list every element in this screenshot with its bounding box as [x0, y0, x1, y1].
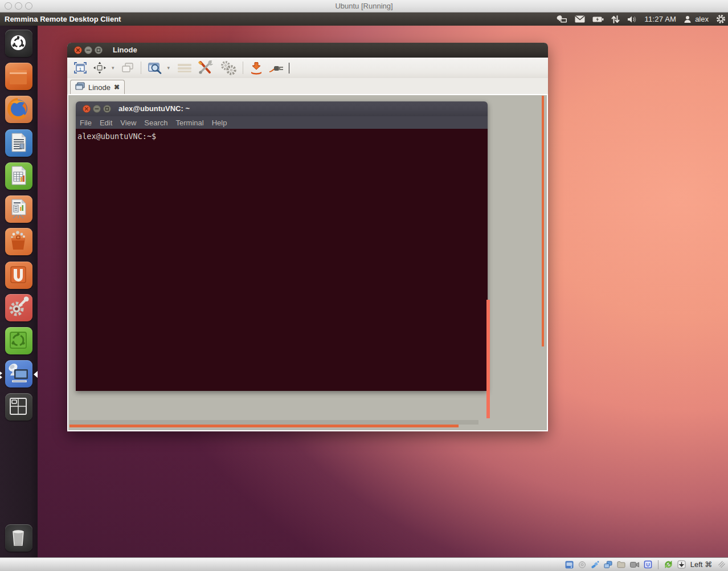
terminal-menubar: File Edit View Search Terminal Help — [76, 116, 488, 129]
minimize-to-tray-icon[interactable] — [248, 60, 265, 76]
resize-grip[interactable] — [718, 561, 725, 568]
terminal-window: alex@ubuntuVNC: ~ File Edit View Search … — [76, 101, 488, 391]
battery-icon[interactable] — [592, 16, 604, 23]
ubuntu-one-launcher-icon[interactable] — [5, 262, 32, 289]
menu-search[interactable]: Search — [144, 119, 167, 127]
toolbar-separator — [141, 62, 141, 74]
virtualization-chip-icon[interactable]: U — [644, 560, 652, 569]
terminal-maximize-button[interactable] — [103, 105, 111, 113]
terminal-overlay-scrollbar[interactable] — [486, 300, 490, 418]
terminal-window-title: alex@ubuntuVNC: ~ — [118, 104, 190, 113]
menu-view[interactable]: View — [120, 119, 136, 127]
remmina-launcher-icon[interactable] — [5, 360, 32, 388]
terminal-prompt: alex@ubuntuVNC:~$ — [77, 132, 156, 141]
user-name[interactable]: alex — [695, 15, 709, 23]
terminal-titlebar[interactable]: alex@ubuntuVNC: ~ — [76, 101, 488, 116]
menu-file[interactable]: File — [80, 119, 92, 127]
remmina-running-pips — [0, 370, 3, 380]
remmina-close-button[interactable] — [74, 46, 82, 54]
svg-text:1: 1 — [79, 67, 82, 72]
trash-launcher-icon[interactable] — [5, 524, 32, 552]
fit-window-icon[interactable] — [91, 60, 108, 76]
libreoffice-impress-launcher-icon[interactable] — [5, 195, 32, 223]
fit-window-menu-chevron[interactable]: ▾ — [108, 60, 118, 76]
preferences-gears-icon[interactable] — [218, 60, 238, 76]
toolbar-text-caret — [289, 63, 289, 74]
remmina-tabbar: Linode ✖ — [67, 78, 548, 94]
scaled-zoom-icon[interactable] — [146, 60, 164, 76]
clock[interactable]: 11:27 AM — [645, 15, 677, 23]
dash-home-button[interactable] — [5, 30, 32, 57]
menu-terminal[interactable]: Terminal — [176, 119, 204, 127]
tab-label: Linode — [88, 83, 111, 92]
system-settings-launcher-icon[interactable] — [5, 294, 32, 321]
zoom-menu-chevron[interactable]: ▾ — [164, 60, 174, 76]
network-traffic-icon[interactable] — [611, 15, 620, 23]
remmina-minimize-button[interactable] — [84, 46, 92, 54]
grab-keyboard-icon[interactable] — [175, 60, 194, 76]
ubuntu-top-panel: Remmina Remote Desktop Client — [0, 13, 728, 26]
active-app-title: Remmina Remote Desktop Client — [5, 15, 121, 23]
firefox-launcher-icon[interactable] — [5, 96, 32, 123]
toolbar-separator — [243, 62, 243, 74]
volume-icon[interactable] — [627, 15, 637, 23]
shared-folders-icon[interactable] — [617, 561, 625, 568]
host-key-label: Left ⌘ — [690, 560, 712, 569]
remmina-window: Linode 1 ▾ — [67, 43, 548, 431]
ubuntu-software-center-launcher-icon[interactable] — [5, 228, 32, 255]
menu-help[interactable]: Help — [212, 119, 227, 127]
viewport-vertical-scrollbar[interactable] — [542, 96, 544, 346]
user-icon[interactable] — [684, 15, 692, 23]
tab-window-icon — [75, 82, 85, 92]
libreoffice-calc-launcher-icon[interactable] — [5, 162, 32, 190]
optical-drives-icon[interactable] — [578, 561, 586, 569]
mouse-integration-icon[interactable] — [677, 560, 686, 569]
remmina-maximize-button[interactable] — [95, 46, 103, 54]
libreoffice-writer-launcher-icon[interactable] — [5, 129, 32, 157]
terminal-body[interactable]: alex@ubuntuVNC:~$ — [76, 129, 488, 391]
menu-edit[interactable]: Edit — [100, 119, 112, 127]
remmina-titlebar[interactable]: Linode — [67, 43, 548, 58]
statusbar-separator — [658, 560, 659, 569]
terminal-close-button[interactable] — [83, 105, 91, 113]
hard-disks-icon[interactable] — [565, 561, 574, 569]
network-adapters-icon[interactable] — [604, 561, 612, 569]
ubuntu-green-emblem-launcher-icon[interactable] — [5, 327, 32, 354]
svg-text:U: U — [646, 562, 650, 568]
remmina-window-title: Linode — [113, 46, 137, 54]
files-launcher-icon[interactable] — [5, 63, 32, 90]
tab-linode[interactable]: Linode ✖ — [70, 80, 125, 94]
duplicate-connection-icon[interactable] — [119, 60, 136, 76]
horizontal-scrollbar-trough — [69, 420, 478, 425]
remote-desktop-indicator-icon[interactable] — [556, 15, 567, 24]
session-gear-icon[interactable] — [716, 14, 726, 24]
messages-icon[interactable] — [575, 15, 585, 23]
remote-desktop-area[interactable]: alex@ubuntuVNC: ~ File Edit View Search … — [68, 95, 547, 430]
terminal-minimize-button[interactable] — [93, 105, 101, 113]
vm-window-title: Ubuntu [Running] — [0, 2, 728, 10]
unity-launcher — [0, 26, 38, 557]
tab-close-icon[interactable]: ✖ — [114, 84, 120, 91]
remmina-focused-arrow — [34, 371, 38, 378]
toggle-fullscreen-icon[interactable]: 1 — [72, 60, 89, 76]
workspace-switcher-launcher-icon[interactable] — [5, 393, 32, 421]
usb-devices-icon[interactable] — [591, 561, 599, 569]
tools-icon[interactable] — [196, 60, 215, 76]
virtualbox-statusbar: U Left ⌘ — [0, 557, 728, 571]
viewport-horizontal-scrollbar[interactable] — [69, 425, 459, 427]
remmina-viewport: alex@ubuntuVNC: ~ File Edit View Search … — [67, 94, 548, 431]
vm-window-titlebar: Ubuntu [Running] — [0, 0, 728, 13]
remmina-toolbar: 1 ▾ — [67, 58, 548, 78]
disconnect-plug-icon[interactable] — [267, 60, 285, 76]
video-capture-icon[interactable] — [630, 561, 639, 568]
auto-resize-display-icon[interactable] — [664, 560, 673, 569]
